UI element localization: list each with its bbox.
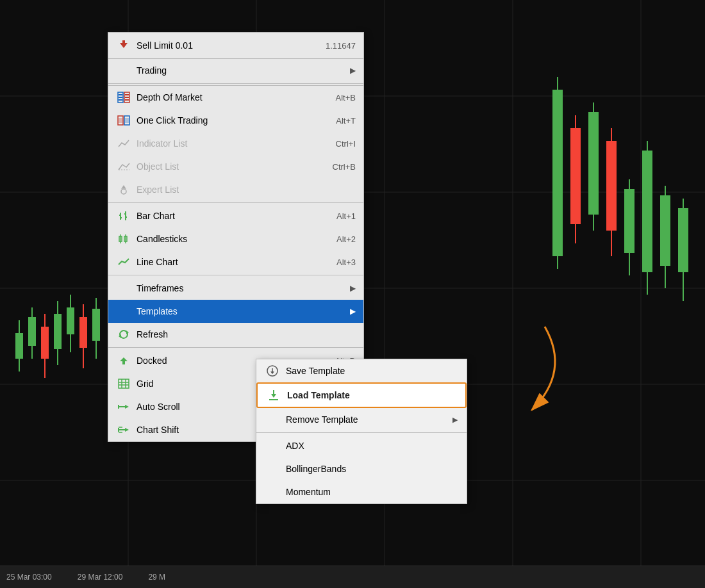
line-chart-shortcut: Alt+3 (336, 257, 356, 267)
menu-item-candlesticks[interactable]: Candlesticks Alt+2 (108, 227, 363, 250)
adx-label: ADX (286, 441, 304, 451)
bollinger-icon (265, 462, 279, 476)
remove-template-arrow: ▶ (452, 416, 458, 424)
menu-item-refresh[interactable]: Refresh (108, 323, 363, 346)
menu-item-expert[interactable]: Expert List (108, 178, 363, 201)
svg-rect-13 (28, 317, 36, 346)
save-template-label: Save Template (286, 366, 345, 376)
menu-item-dom[interactable]: Depth Of Market Alt+B (108, 85, 363, 109)
sell-limit-label: Sell Limit 0.01 (137, 40, 326, 51)
bar-chart-icon (116, 208, 131, 224)
bollinger-label: BollingerBands (286, 464, 346, 474)
dom-label: Depth Of Market (137, 92, 336, 102)
svg-point-55 (121, 189, 126, 194)
svg-rect-27 (570, 128, 581, 224)
object-shortcut: Ctrl+B (333, 162, 356, 172)
candlesticks-shortcut: Alt+2 (336, 234, 356, 244)
svg-rect-35 (642, 151, 652, 272)
momentum-icon (265, 485, 279, 499)
indicator-icon (116, 136, 131, 151)
sell-limit-header[interactable]: Sell Limit 0.01 1.11647 (108, 33, 363, 59)
autoscroll-icon (116, 399, 131, 414)
submenu-templates: Save Template Load Template Remove Templ… (256, 359, 467, 504)
svg-rect-23 (92, 309, 100, 341)
menu-item-timeframes[interactable]: Timeframes ▶ (108, 277, 363, 300)
load-template-label: Load Template (287, 390, 350, 400)
separator-3 (108, 275, 363, 275)
svg-rect-37 (660, 195, 670, 266)
bar-chart-label: Bar Chart (137, 211, 336, 221)
svg-rect-39 (678, 208, 688, 272)
indicator-shortcut: Ctrl+I (336, 139, 356, 149)
svg-rect-17 (54, 314, 62, 349)
refresh-icon (116, 327, 131, 342)
submenu-item-adx[interactable]: ADX (256, 434, 467, 457)
docked-icon (116, 353, 131, 368)
remove-template-label: Remove Template (286, 414, 358, 425)
svg-rect-21 (79, 317, 87, 348)
submenu-item-save[interactable]: Save Template (256, 359, 467, 382)
time-label-6: 29 M (148, 573, 165, 582)
candlesticks-label: Candlesticks (137, 234, 336, 244)
templates-arrow: ▶ (350, 307, 356, 316)
svg-rect-47 (125, 94, 129, 95)
templates-label: Templates (137, 306, 345, 316)
svg-rect-73 (119, 379, 129, 388)
momentum-label: Momentum (286, 487, 331, 497)
svg-rect-52 (119, 118, 122, 123)
adx-icon (265, 439, 279, 453)
svg-rect-15 (41, 327, 49, 359)
submenu-separator (256, 432, 467, 433)
svg-rect-31 (606, 141, 617, 231)
separator-4 (108, 347, 363, 348)
templates-icon (116, 304, 131, 319)
svg-rect-46 (119, 99, 122, 101)
sell-limit-icon (116, 38, 131, 53)
trading-icon (116, 63, 131, 78)
oct-icon (116, 113, 131, 128)
line-chart-icon (116, 254, 131, 270)
grid-icon (116, 376, 131, 391)
submenu-item-bollinger[interactable]: BollingerBands (256, 457, 467, 480)
object-label: Object List (137, 161, 333, 172)
menu-item-line-chart[interactable]: Line Chart Alt+3 (108, 250, 363, 274)
menu-item-indicator[interactable]: Indicator List Ctrl+I (108, 132, 363, 155)
svg-rect-45 (119, 97, 122, 98)
trading-arrow: ▶ (350, 66, 356, 75)
candle-icon (116, 231, 131, 247)
object-icon (116, 159, 131, 174)
svg-rect-11 (15, 333, 23, 359)
chart-bottom-bar: 25 Mar 03:00 29 Mar 12:00 29 M (0, 566, 705, 588)
svg-rect-25 (552, 90, 563, 256)
svg-rect-19 (67, 307, 74, 334)
expert-label: Expert List (137, 184, 356, 195)
timeframes-icon (116, 281, 131, 296)
menu-item-bar-chart[interactable]: Bar Chart Alt+1 (108, 204, 363, 227)
submenu-item-load[interactable]: Load Template (256, 382, 467, 408)
menu-item-object[interactable]: Object List Ctrl+B (108, 155, 363, 178)
submenu-item-momentum[interactable]: Momentum (256, 480, 467, 503)
chartshift-icon (116, 422, 131, 437)
submenu-item-remove[interactable]: Remove Template ▶ (256, 408, 467, 431)
separator-2 (108, 202, 363, 203)
svg-marker-75 (125, 405, 129, 409)
time-label-5: 29 Mar 12:00 (78, 573, 123, 582)
svg-rect-41 (122, 40, 125, 44)
svg-rect-48 (125, 97, 129, 98)
oct-label: One Click Trading (137, 115, 336, 126)
menu-item-trading[interactable]: Trading ▶ (108, 59, 363, 82)
save-template-icon (265, 364, 279, 378)
svg-rect-53 (125, 118, 129, 123)
menu-item-templates[interactable]: Templates ▶ (108, 300, 363, 323)
trading-label: Trading (137, 65, 345, 76)
dom-icon (116, 90, 131, 105)
dom-shortcut: Alt+B (336, 93, 356, 102)
svg-marker-68 (120, 357, 128, 364)
separator-1 (108, 83, 363, 84)
menu-item-oct[interactable]: One Click Trading Alt+T (108, 109, 363, 132)
svg-marker-84 (270, 372, 274, 374)
svg-rect-29 (588, 112, 599, 215)
svg-rect-44 (119, 94, 122, 95)
sell-limit-value: 1.11647 (326, 41, 356, 51)
remove-template-icon (265, 412, 279, 427)
